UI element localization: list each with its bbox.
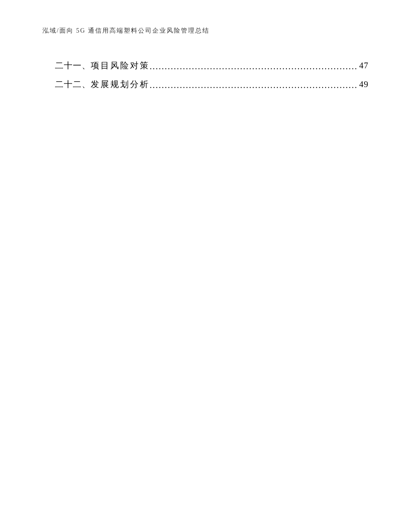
toc-entry: 二十二、 发展规划分析 49	[42, 75, 369, 94]
toc-entry-title: 项目风险对策	[91, 56, 150, 75]
toc-entry-page: 47	[358, 56, 369, 75]
toc-entry-title: 发展规划分析	[91, 75, 150, 94]
toc-entry-page: 49	[358, 75, 369, 94]
toc-entry-number: 二十二、	[55, 75, 91, 94]
page-header: 泓域/面向 5G 通信用高端塑料公司企业风险管理总结	[42, 27, 369, 35]
document-page: 泓域/面向 5G 通信用高端塑料公司企业风险管理总结 二十一、 项目风险对策 4…	[0, 0, 411, 532]
toc-dots	[150, 76, 358, 95]
toc-entry-number: 二十一、	[55, 56, 91, 75]
toc-entry: 二十一、 项目风险对策 47	[42, 56, 369, 75]
toc-dots	[150, 57, 358, 76]
toc-list: 二十一、 项目风险对策 47 二十二、 发展规划分析 49	[42, 56, 369, 94]
